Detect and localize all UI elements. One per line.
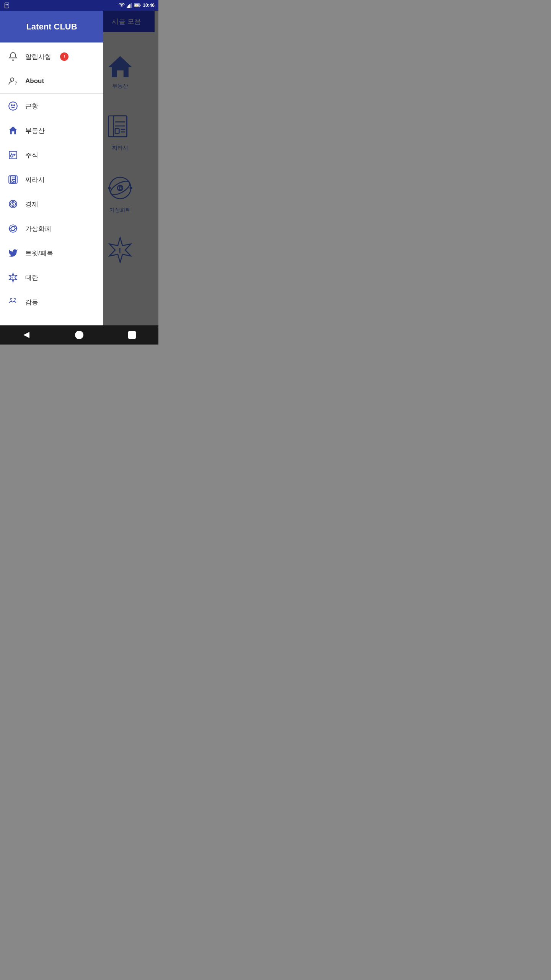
svg-rect-3 xyxy=(127,7,128,8)
svg-line-57 xyxy=(15,299,15,301)
touching-icon xyxy=(8,297,18,307)
drawer-item-jjirasi[interactable]: 찌라시 xyxy=(0,167,103,192)
svg-rect-4 xyxy=(128,5,129,8)
wifi-icon xyxy=(119,3,125,8)
signal-icon xyxy=(127,3,132,8)
svg-rect-2 xyxy=(7,4,8,5)
svg-text:?: ? xyxy=(15,81,17,85)
economy-icon: $ xyxy=(8,199,18,209)
drawer-label-realestate: 부동산 xyxy=(25,126,45,135)
svg-rect-43 xyxy=(12,181,13,182)
newspaper-small-icon xyxy=(8,174,18,185)
drawer-label-status: 근황 xyxy=(25,102,38,111)
home-small-icon xyxy=(8,125,18,136)
alert-star-small-icon: ! xyxy=(8,272,18,283)
drawer-items-list: 알림사항 ! ? About xyxy=(0,42,103,325)
home-button[interactable] xyxy=(72,327,87,343)
home-circle-icon xyxy=(75,330,84,340)
svg-rect-60 xyxy=(129,332,135,338)
svg-marker-58 xyxy=(23,332,29,338)
drawer-item-notifications[interactable]: 알림사항 ! xyxy=(0,44,103,69)
status-bar: ⚡ 10:46 xyxy=(0,0,158,11)
drawer-item-status[interactable]: 근황 xyxy=(0,94,103,118)
app-title: Latent CLUB xyxy=(26,22,77,32)
back-button[interactable] xyxy=(19,327,34,343)
drawer-label-notifications: 알림사항 xyxy=(25,52,51,61)
drawer-item-stocks[interactable]: 주식 xyxy=(0,143,103,167)
twitter-icon xyxy=(8,248,18,258)
drawer-item-crypto[interactable]: 가상화폐 xyxy=(0,216,103,241)
recents-icon xyxy=(127,330,137,340)
person-question-icon: ? xyxy=(8,76,18,87)
drawer-label-about: About xyxy=(25,77,44,85)
chat-icon xyxy=(8,101,18,111)
recents-button[interactable] xyxy=(124,327,140,343)
badge-icon: ! xyxy=(64,54,65,59)
drawer-header: Latent CLUB xyxy=(0,11,103,42)
drawer-label-touching: 감동 xyxy=(25,298,38,307)
bell-icon xyxy=(8,51,18,62)
drawer-label-crisis: 대란 xyxy=(25,273,38,282)
stocks-icon xyxy=(8,150,18,160)
drawer-item-about[interactable]: ? About xyxy=(0,69,103,94)
svg-point-28 xyxy=(11,78,14,81)
bottom-navigation xyxy=(0,325,158,345)
sim-icon xyxy=(4,2,10,8)
svg-point-53 xyxy=(9,228,10,229)
svg-rect-5 xyxy=(129,4,130,8)
svg-rect-8 xyxy=(140,5,141,6)
svg-marker-33 xyxy=(9,126,17,134)
svg-line-56 xyxy=(11,299,11,301)
drawer-item-crisis[interactable]: ! 대란 xyxy=(0,265,103,290)
drawer-item-touching[interactable]: 감동 xyxy=(0,290,103,314)
time-display: 10:46 xyxy=(143,3,155,8)
svg-point-35 xyxy=(11,155,13,157)
svg-point-52 xyxy=(16,228,17,229)
svg-point-59 xyxy=(75,331,83,339)
svg-point-32 xyxy=(14,105,15,106)
battery-icon: ⚡ xyxy=(134,3,141,8)
svg-rect-0 xyxy=(5,3,9,8)
bitcoin-small-icon xyxy=(8,223,18,234)
drawer-item-economy[interactable]: $ 경제 xyxy=(0,192,103,216)
drawer-label-economy: 경제 xyxy=(25,200,38,209)
navigation-drawer: Latent CLUB 알림사항 ! xyxy=(0,11,103,325)
svg-point-31 xyxy=(11,105,12,106)
svg-text:⚡: ⚡ xyxy=(135,4,138,7)
drawer-label-stocks: 주식 xyxy=(25,151,38,160)
svg-text:!: ! xyxy=(12,276,13,280)
back-icon xyxy=(22,330,31,340)
svg-point-50 xyxy=(11,227,15,231)
drawer-label-jjirasi: 찌라시 xyxy=(25,175,45,184)
drawer-item-realestate[interactable]: 부동산 xyxy=(0,118,103,143)
svg-rect-6 xyxy=(131,3,132,8)
svg-rect-1 xyxy=(6,4,7,5)
notification-badge: ! xyxy=(60,52,68,61)
svg-point-30 xyxy=(9,102,17,110)
drawer-label-twitter: 트윗/페북 xyxy=(25,249,53,258)
drawer-label-crypto: 가상화폐 xyxy=(25,224,51,233)
drawer-item-twitter[interactable]: 트윗/페북 xyxy=(0,241,103,265)
